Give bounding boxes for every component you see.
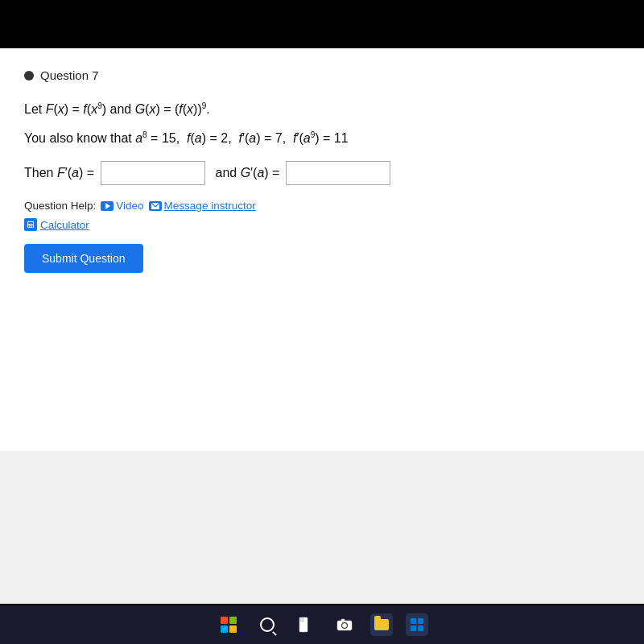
search-icon <box>260 617 275 632</box>
and-label: and G′(a) = <box>212 166 279 180</box>
question-dot <box>24 71 34 80</box>
win-square-2 <box>229 617 237 624</box>
svg-rect-13 <box>341 619 345 621</box>
camera-icon <box>336 616 353 634</box>
app-button[interactable] <box>406 613 428 636</box>
svg-rect-15 <box>418 618 423 624</box>
svg-rect-14 <box>411 618 416 624</box>
answer-row: Then F′(a) = and G′(a) = <box>24 161 620 185</box>
submit-button[interactable]: Submit Question <box>24 244 143 273</box>
message-label: Message instructor <box>164 200 256 212</box>
file-icon <box>297 616 315 634</box>
file-explorer-button[interactable] <box>293 612 319 638</box>
calculator-row: Calculator <box>24 218 620 231</box>
play-triangle <box>105 203 110 209</box>
g-prime-input[interactable] <box>286 161 390 185</box>
question-header: Question 7 <box>24 64 620 82</box>
help-row: Question Help: Video Message instructor <box>24 200 620 212</box>
svg-rect-10 <box>299 617 304 622</box>
win-square-1 <box>221 617 228 624</box>
video-icon <box>101 201 114 211</box>
f-prime-label: Then F′(a) = <box>24 166 94 180</box>
svg-rect-7 <box>30 226 31 228</box>
svg-rect-5 <box>32 225 34 226</box>
video-link[interactable]: Video <box>101 200 143 212</box>
help-label: Question Help: <box>24 200 96 212</box>
svg-rect-8 <box>32 226 34 228</box>
calculator-icon <box>24 218 37 231</box>
svg-rect-4 <box>30 225 31 226</box>
video-label: Video <box>116 200 143 212</box>
f-prime-input[interactable] <box>101 161 205 185</box>
folder-icon <box>374 619 389 630</box>
app-icon <box>410 617 424 632</box>
svg-rect-3 <box>28 225 30 226</box>
windows-start-button[interactable] <box>216 612 242 638</box>
svg-rect-6 <box>28 226 30 228</box>
message-instructor-link[interactable]: Message instructor <box>149 200 256 212</box>
calculator-label[interactable]: Calculator <box>40 219 89 231</box>
taskbar <box>0 605 644 644</box>
camera-button[interactable] <box>332 612 357 638</box>
envelope-icon <box>149 201 162 211</box>
windows-logo <box>221 617 237 633</box>
search-button[interactable] <box>254 612 280 638</box>
svg-rect-2 <box>28 222 33 224</box>
folder-button[interactable] <box>370 613 393 636</box>
question-label: Question 7 <box>40 68 99 82</box>
win-square-3 <box>221 625 228 633</box>
math-line-1: Let F(x) = f(x9) and G(x) = (f(x))9. <box>24 97 620 122</box>
math-content: Let F(x) = f(x9) and G(x) = (f(x))9. You… <box>24 97 620 151</box>
math-line-2: You also know that a8 = 15, f(a) = 2, f′… <box>24 126 620 151</box>
win-square-4 <box>229 625 237 633</box>
svg-rect-16 <box>411 625 416 631</box>
svg-rect-17 <box>418 625 423 631</box>
